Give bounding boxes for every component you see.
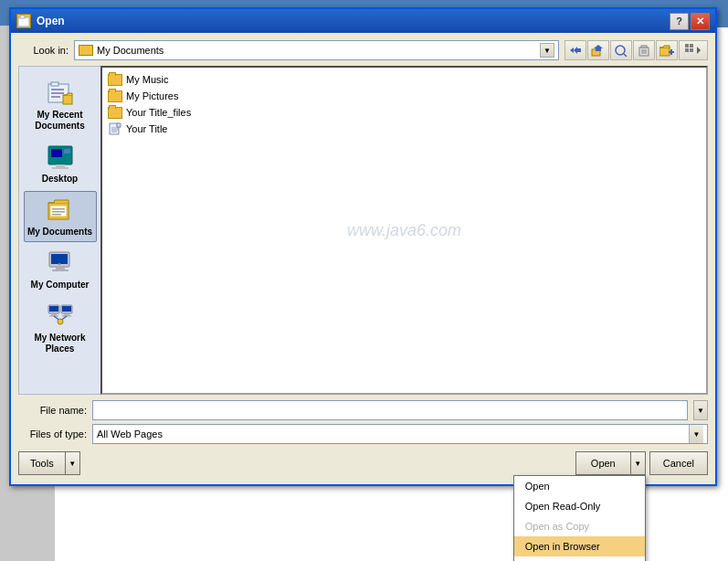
dropdown-open[interactable]: Open bbox=[514, 476, 645, 496]
tools-group: Tools ▼ bbox=[18, 451, 80, 475]
sidebar-item-documents[interactable]: My Documents bbox=[24, 191, 97, 242]
tools-button[interactable]: Tools bbox=[18, 451, 66, 475]
filetype-combo[interactable]: All Web Pages ▼ bbox=[92, 424, 708, 444]
svg-point-48 bbox=[58, 319, 63, 324]
sidebar-item-desktop[interactable]: Desktop bbox=[24, 138, 97, 189]
documents-icon bbox=[46, 196, 75, 225]
documents-label: My Documents bbox=[27, 227, 92, 238]
search-web-button[interactable] bbox=[610, 40, 632, 60]
svg-rect-39 bbox=[49, 306, 58, 312]
svg-rect-20 bbox=[51, 92, 64, 94]
svg-line-4 bbox=[624, 54, 627, 57]
file-name-title: Your Title bbox=[126, 123, 167, 134]
filetype-value: All Web Pages bbox=[97, 429, 689, 439]
svg-rect-24 bbox=[56, 164, 65, 167]
button-row: Tools ▼ Open ▼ Open Open Read-Only Open … bbox=[18, 448, 708, 477]
dropdown-open-copy[interactable]: Open as Copy bbox=[514, 516, 645, 536]
svg-rect-1 bbox=[20, 16, 25, 18]
up-button[interactable] bbox=[587, 40, 609, 60]
filename-row: File name: ▼ bbox=[18, 400, 708, 420]
svg-rect-21 bbox=[51, 96, 60, 98]
help-button[interactable]: ? bbox=[670, 13, 689, 30]
open-button[interactable]: Open bbox=[575, 451, 631, 475]
recent-label: My Recent Documents bbox=[26, 110, 94, 132]
svg-rect-44 bbox=[64, 313, 69, 315]
file-icon-title bbox=[108, 122, 122, 136]
folder-icon-pictures bbox=[108, 89, 122, 103]
svg-rect-32 bbox=[52, 214, 61, 216]
dialog-icon bbox=[16, 14, 31, 28]
close-button[interactable]: ✕ bbox=[691, 13, 710, 30]
look-in-combo[interactable]: My Documents ▼ bbox=[74, 40, 559, 60]
dropdown-open-repair[interactable]: Open and Repair bbox=[514, 556, 645, 561]
dropdown-open-browser[interactable]: Open in Browser bbox=[514, 536, 645, 556]
svg-rect-14 bbox=[690, 44, 693, 48]
delete-button[interactable] bbox=[633, 40, 655, 60]
sidebar-item-network[interactable]: My Network Places bbox=[24, 297, 97, 359]
filename-arrow[interactable]: ▼ bbox=[693, 400, 708, 420]
svg-rect-27 bbox=[64, 149, 70, 153]
cancel-button[interactable]: Cancel bbox=[649, 451, 708, 475]
filetype-arrow[interactable]: ▼ bbox=[689, 425, 703, 443]
title-buttons: ? ✕ bbox=[670, 13, 710, 30]
filename-label: File name: bbox=[18, 405, 87, 416]
svg-rect-18 bbox=[51, 82, 58, 86]
network-label: My Network Places bbox=[26, 333, 94, 355]
svg-rect-35 bbox=[56, 267, 65, 270]
svg-rect-26 bbox=[51, 149, 62, 157]
svg-rect-22 bbox=[63, 95, 72, 104]
desktop-icon bbox=[46, 143, 75, 172]
file-list[interactable]: My Music My Pictures Your Title_files bbox=[100, 66, 708, 395]
desktop-label: Desktop bbox=[42, 174, 78, 185]
title-bar: Open ? ✕ bbox=[11, 9, 715, 33]
file-name-music: My Music bbox=[126, 74, 168, 85]
folder-icon-music bbox=[108, 72, 122, 87]
file-item-pictures[interactable]: My Pictures bbox=[106, 88, 702, 104]
right-buttons: Open ▼ Open Open Read-Only Open as Copy … bbox=[575, 451, 708, 475]
folder-icon-title-files bbox=[108, 105, 122, 120]
file-item-title-files[interactable]: Your Title_files bbox=[106, 104, 702, 121]
back-button[interactable] bbox=[564, 40, 586, 60]
svg-rect-13 bbox=[685, 44, 689, 48]
network-icon bbox=[46, 302, 75, 331]
svg-rect-36 bbox=[52, 270, 69, 271]
computer-label: My Computer bbox=[31, 280, 90, 291]
svg-rect-15 bbox=[685, 48, 689, 52]
svg-rect-40 bbox=[51, 313, 57, 315]
svg-rect-6 bbox=[641, 46, 647, 48]
tools-arrow[interactable]: ▼ bbox=[66, 451, 80, 475]
folder-icon bbox=[79, 45, 93, 56]
filename-input[interactable] bbox=[92, 400, 688, 420]
dropdown-open-readonly[interactable]: Open Read-Only bbox=[514, 496, 645, 516]
open-arrow[interactable]: ▼ bbox=[631, 451, 646, 475]
file-name-pictures: My Pictures bbox=[126, 90, 178, 101]
look-in-label: Look in: bbox=[18, 45, 69, 56]
sidebar-item-computer[interactable]: My Computer bbox=[24, 244, 97, 295]
svg-rect-43 bbox=[62, 306, 71, 312]
filetype-row: Files of type: All Web Pages ▼ bbox=[18, 424, 708, 444]
dialog-body: Look in: My Documents ▼ bbox=[11, 33, 715, 484]
open-dropdown: Open Open Read-Only Open as Copy Open in… bbox=[513, 475, 646, 561]
filetype-label: Files of type: bbox=[18, 429, 87, 439]
file-item-music[interactable]: My Music bbox=[106, 71, 702, 88]
svg-rect-50 bbox=[117, 123, 121, 127]
look-in-value: My Documents bbox=[97, 45, 536, 56]
views-button[interactable] bbox=[679, 40, 708, 60]
look-in-arrow[interactable]: ▼ bbox=[540, 43, 554, 58]
svg-rect-31 bbox=[52, 211, 65, 213]
look-in-row: Look in: My Documents ▼ bbox=[18, 40, 708, 60]
sidebar-item-recent[interactable]: My Recent Documents bbox=[24, 74, 97, 136]
svg-rect-34 bbox=[51, 254, 68, 264]
open-dialog: Open ? ✕ Look in: My Documents ▼ bbox=[9, 7, 717, 486]
new-folder-button[interactable] bbox=[656, 40, 678, 60]
title-bar-left: Open bbox=[16, 14, 65, 28]
svg-rect-16 bbox=[690, 48, 693, 52]
file-item-title[interactable]: Your Title bbox=[106, 121, 702, 137]
left-sidebar: My Recent Documents Desktop bbox=[18, 66, 100, 395]
dialog-title: Open bbox=[37, 15, 65, 27]
svg-point-37 bbox=[58, 263, 60, 265]
open-group: Open ▼ Open Open Read-Only Open as Copy … bbox=[575, 451, 646, 475]
computer-icon bbox=[46, 249, 75, 278]
svg-rect-10 bbox=[659, 48, 670, 56]
toolbar-buttons bbox=[564, 40, 708, 60]
